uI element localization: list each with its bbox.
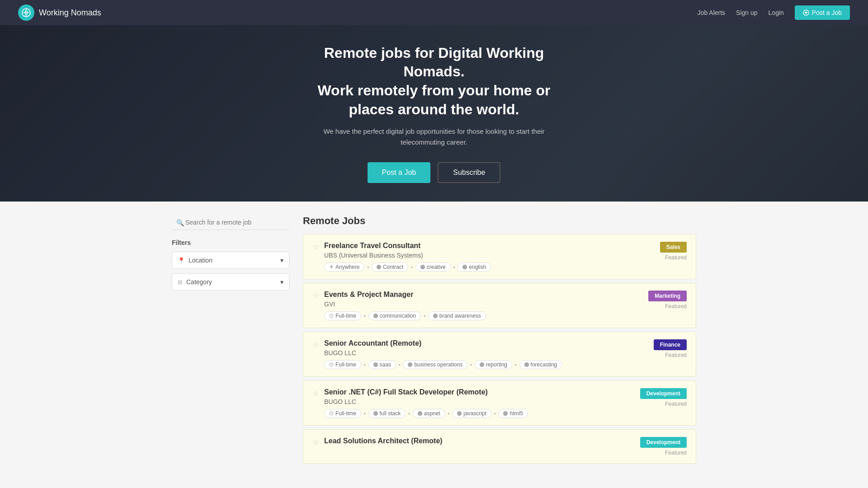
svg-marker-10 xyxy=(373,314,378,318)
star-icon[interactable]: ☆ xyxy=(312,340,319,349)
location-chevron-icon: ▾ xyxy=(280,257,283,264)
job-title: Events & Project Manager xyxy=(324,291,643,299)
location-label: Location xyxy=(189,257,212,264)
category-chevron-icon: ▾ xyxy=(280,278,283,286)
job-tag: aspnet xyxy=(413,409,445,418)
main-content: 🔍 Filters 📍 Location ▾ ⊞ Category ▾ Remo… xyxy=(163,202,705,481)
location-filter[interactable]: 📍 Location ▾ xyxy=(172,252,289,269)
svg-marker-11 xyxy=(433,314,438,318)
job-card: ☆ Events & Project Manager GVI Full-time… xyxy=(303,283,696,328)
job-tag: Full-time xyxy=(324,360,361,369)
svg-marker-19 xyxy=(418,411,422,416)
job-tag: saas xyxy=(368,360,396,369)
job-title: Lead Solutions Architect (Remote) xyxy=(324,437,635,445)
hero-subtitle: We have the perfect digital job opportun… xyxy=(307,126,561,148)
tag-separator: • xyxy=(408,411,410,416)
job-tag: business operations xyxy=(403,360,467,369)
job-right: Sales Featured xyxy=(660,242,687,261)
job-card: ☆ Freelance Travel Consultant UBS (Unive… xyxy=(303,234,696,279)
nav-login[interactable]: Login xyxy=(769,9,784,16)
job-badge: Marketing xyxy=(648,291,687,301)
nav-sign-up[interactable]: Sign up xyxy=(736,9,757,16)
nav-right: Job Alerts Sign up Login Post a Job xyxy=(698,5,850,20)
nav-job-alerts[interactable]: Job Alerts xyxy=(698,9,725,16)
featured-label: Featured xyxy=(640,450,687,456)
featured-label: Featured xyxy=(648,303,687,310)
job-company: GVI xyxy=(324,300,643,308)
hero-section: Remote jobs for Digital Working Nomads. … xyxy=(0,25,868,202)
svg-point-1 xyxy=(24,11,28,14)
svg-marker-20 xyxy=(457,411,462,416)
filters-label: Filters xyxy=(172,239,289,246)
tag-separator: • xyxy=(448,411,450,416)
navbar: Working Nomads Job Alerts Sign up Login … xyxy=(0,0,868,25)
svg-marker-16 xyxy=(524,362,529,367)
tag-separator: • xyxy=(367,265,369,270)
search-input[interactable] xyxy=(172,215,289,230)
job-card: ☆ Senior Accountant (Remote) BUGO LLC Fu… xyxy=(303,332,696,377)
location-icon: 📍 xyxy=(178,257,185,264)
job-tag: english xyxy=(458,263,491,272)
job-company: BUGO LLC xyxy=(324,349,648,357)
tag-separator: • xyxy=(364,314,366,319)
featured-label: Featured xyxy=(660,254,687,261)
job-tag: Anywhere xyxy=(324,263,364,272)
job-right: Development Featured xyxy=(640,437,687,456)
job-tag: forecasting xyxy=(519,360,562,369)
job-main: Freelance Travel Consultant UBS (Univers… xyxy=(324,242,655,272)
job-main: Senior Accountant (Remote) BUGO LLC Full… xyxy=(324,339,648,369)
job-cards-container: ☆ Freelance Travel Consultant UBS (Unive… xyxy=(303,234,696,464)
hero-buttons: Post a Job Subscribe xyxy=(307,162,561,183)
job-tag: Full-time xyxy=(324,409,361,418)
svg-marker-6 xyxy=(377,265,381,269)
job-badge: Development xyxy=(640,437,687,448)
job-tags: Full-time• communication• brand awarenes… xyxy=(324,311,643,320)
category-label: Category xyxy=(186,278,212,286)
job-main: Lead Solutions Architect (Remote) xyxy=(324,437,635,449)
job-tag: communication xyxy=(368,311,421,320)
job-card: ☆ Lead Solutions Architect (Remote) Deve… xyxy=(303,429,696,464)
category-filter[interactable]: ⊞ Category ▾ xyxy=(172,273,289,291)
job-tag: Contract xyxy=(372,263,408,272)
tag-separator: • xyxy=(364,362,366,367)
job-title: Senior .NET (C#) Full Stack Developer (R… xyxy=(324,388,635,396)
featured-label: Featured xyxy=(654,352,687,358)
brand-logo-icon xyxy=(18,5,34,21)
job-badge: Development xyxy=(640,388,687,399)
job-right: Development Featured xyxy=(640,388,687,407)
svg-marker-18 xyxy=(373,411,378,416)
job-badge: Sales xyxy=(660,242,687,253)
sidebar: 🔍 Filters 📍 Location ▾ ⊞ Category ▾ xyxy=(172,215,289,467)
job-tag: brand awareness xyxy=(428,311,486,320)
star-icon[interactable]: ☆ xyxy=(312,389,319,398)
hero-title: Remote jobs for Digital Working Nomads. … xyxy=(307,44,561,119)
svg-marker-13 xyxy=(373,362,378,367)
job-main: Senior .NET (C#) Full Stack Developer (R… xyxy=(324,388,635,418)
job-tag: javascript xyxy=(452,409,491,418)
brand-name: Working Nomads xyxy=(39,8,101,18)
hero-subscribe-button[interactable]: Subscribe xyxy=(438,162,500,183)
post-icon xyxy=(803,9,809,16)
category-icon: ⊞ xyxy=(178,279,183,286)
star-icon[interactable]: ☆ xyxy=(312,438,319,446)
job-tag: html5 xyxy=(498,409,528,418)
brand-link[interactable]: Working Nomads xyxy=(18,5,101,21)
job-company: BUGO LLC xyxy=(324,398,635,405)
tag-separator: • xyxy=(424,314,425,319)
featured-label: Featured xyxy=(640,401,687,407)
job-title: Freelance Travel Consultant xyxy=(324,242,655,250)
svg-marker-21 xyxy=(503,411,508,416)
tag-separator: • xyxy=(364,411,366,416)
job-tag: Full-time xyxy=(324,311,361,320)
job-title: Senior Accountant (Remote) xyxy=(324,339,648,347)
svg-marker-7 xyxy=(420,265,425,269)
star-icon[interactable]: ☆ xyxy=(312,291,319,300)
job-tags: Full-time• saas• business operations• re… xyxy=(324,360,648,369)
job-badge: Finance xyxy=(654,339,687,350)
tag-separator: • xyxy=(494,411,496,416)
star-icon[interactable]: ☆ xyxy=(312,243,319,251)
job-tags: Anywhere• Contract• creative• english xyxy=(324,263,655,272)
nav-post-job-button[interactable]: Post a Job xyxy=(795,5,850,20)
job-tags: Full-time• full stack• aspnet• javascrip… xyxy=(324,409,635,418)
hero-post-job-button[interactable]: Post a Job xyxy=(368,162,431,183)
